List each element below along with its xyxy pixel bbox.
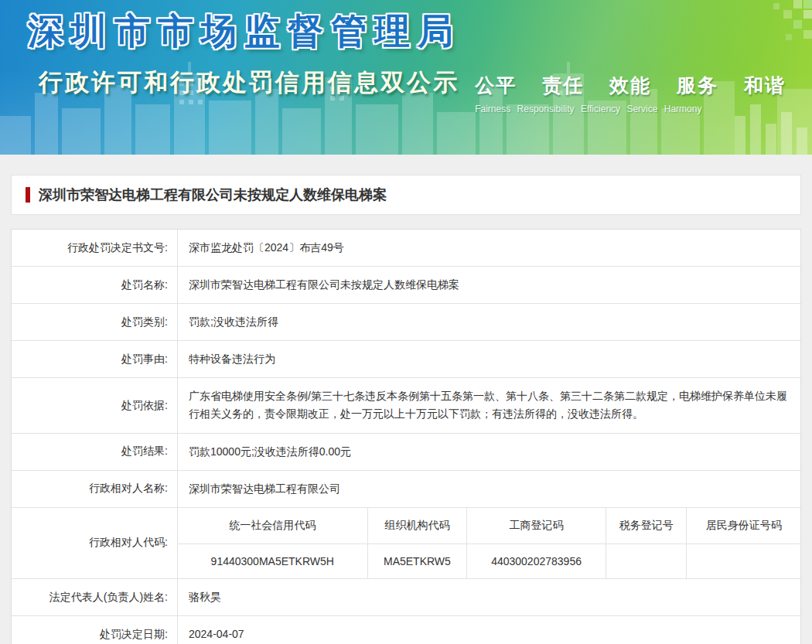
table-row: 行政处罚决定书文号: 深市监龙处罚〔2024〕布吉49号	[12, 230, 800, 267]
subtable-value-cell: MA5ETKRW5	[368, 544, 468, 578]
row-label: 法定代表人(负责人)姓名:	[12, 579, 178, 615]
slogan-block: 公平 责任 效能 服务 和谐 Fairness Responsibility E…	[475, 73, 786, 114]
row-label: 处罚决定日期:	[12, 616, 178, 644]
row-value: 骆秋昊	[178, 579, 800, 615]
subtable-value-cell	[687, 544, 800, 578]
table-row: 处罚事由: 特种设备违法行为	[12, 341, 800, 378]
row-value: 罚款;没收违法所得	[178, 304, 800, 340]
row-label: 处罚依据:	[12, 378, 178, 432]
row-value: 2024-04-07	[178, 616, 800, 644]
slogan-chinese: 公平 责任 效能 服务 和谐	[475, 73, 786, 98]
subtable-header-cell: 组织机构代码	[368, 508, 468, 543]
row-label: 处罚名称:	[12, 267, 178, 303]
row-value: 广东省电梯使用安全条例/第三十七条违反本条例第十五条第一款、第十八条、第三十二条…	[178, 378, 800, 432]
row-value: 罚款10000元;没收违法所得0.00元	[178, 434, 800, 470]
penalty-info-table: 行政处罚决定书文号: 深市监龙处罚〔2024〕布吉49号 处罚名称: 深圳市荣智…	[11, 229, 801, 644]
row-label: 处罚类别:	[12, 304, 178, 340]
subtable-header-cell: 工商登记码	[467, 508, 606, 543]
subtable-header-row: 统一社会信用代码 组织机构代码 工商登记码 税务登记号 居民身份证号码	[178, 508, 800, 544]
row-value: 深圳市荣智达电梯工程有限公司未按规定人数维保电梯案	[178, 267, 800, 303]
table-row-entity-codes: 行政相对人代码: 统一社会信用代码 组织机构代码 工商登记码 税务登记号 居民身…	[12, 508, 800, 579]
row-value: 深市监龙处罚〔2024〕布吉49号	[178, 230, 800, 266]
row-value: 特种设备违法行为	[178, 341, 800, 377]
entity-code-subtable: 统一社会信用代码 组织机构代码 工商登记码 税务登记号 居民身份证号码 9144…	[178, 508, 800, 578]
row-label: 行政相对人名称:	[12, 471, 178, 507]
table-row: 处罚名称: 深圳市荣智达电梯工程有限公司未按规定人数维保电梯案	[12, 267, 800, 304]
case-title: 深圳市荣智达电梯工程有限公司未按规定人数维保电梯案	[39, 186, 387, 204]
subtable-value-cell: 91440300MA5ETKRW5H	[178, 544, 368, 578]
subtable-value-cell	[606, 544, 687, 578]
subtable-value-row: 91440300MA5ETKRW5H MA5ETKRW5 44030020278…	[178, 544, 800, 578]
table-row: 法定代表人(负责人)姓名: 骆秋昊	[12, 579, 800, 616]
subtable-header-cell: 居民身份证号码	[687, 508, 800, 543]
slogan-english: Fairness Responsibility Efficiency Servi…	[475, 104, 786, 114]
table-row: 处罚依据: 广东省电梯使用安全条例/第三十七条违反本条例第十五条第一款、第十八条…	[12, 378, 800, 433]
site-banner: 深圳市市场监督管理局 行政许可和行政处罚信用信息双公示 公平 责任 效能 服务 …	[0, 0, 812, 155]
table-row: 处罚结果: 罚款10000元;没收违法所得0.00元	[12, 434, 800, 471]
case-title-bar: 深圳市荣智达电梯工程有限公司未按规定人数维保电梯案	[11, 175, 801, 215]
row-label: 行政相对人代码:	[12, 508, 178, 578]
agency-title: 深圳市市场监督管理局	[28, 8, 461, 56]
subtable-header-cell: 统一社会信用代码	[178, 508, 368, 543]
subtable-value-cell: 440300202783956	[467, 544, 606, 578]
red-accent-bar	[26, 187, 30, 203]
row-value: 深圳市荣智达电梯工程有限公司	[178, 471, 800, 507]
row-label: 行政处罚决定书文号:	[12, 230, 178, 266]
table-row: 行政相对人名称: 深圳市荣智达电梯工程有限公司	[12, 471, 800, 508]
row-label: 处罚结果:	[12, 434, 178, 470]
row-label: 处罚事由:	[12, 341, 178, 377]
subtable-header-cell: 税务登记号	[606, 508, 687, 543]
banner-subtitle: 行政许可和行政处罚信用信息双公示	[39, 66, 459, 99]
pixel-squares-decoration	[719, 0, 812, 54]
table-row: 处罚类别: 罚款;没收违法所得	[12, 304, 800, 341]
table-row: 处罚决定日期: 2024-04-07	[12, 616, 800, 644]
